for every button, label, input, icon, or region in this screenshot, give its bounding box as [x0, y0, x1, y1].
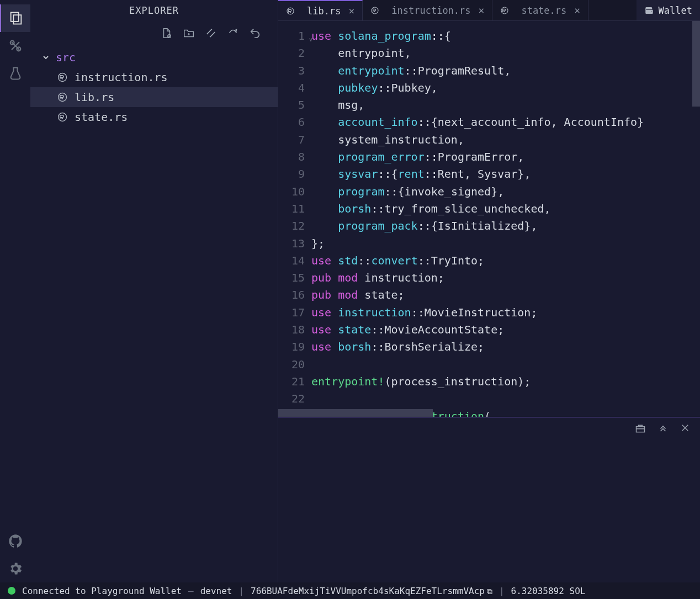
svg-rect-0	[10, 13, 18, 22]
rust-icon	[370, 6, 379, 15]
status-dot-icon	[8, 587, 15, 595]
wallet-icon	[644, 6, 654, 15]
file-lib-rs[interactable]: lib.rs	[30, 87, 278, 107]
status-address[interactable]: 766BUAFdeMxijTiVVUmpofcb4sKaKqEZFeTLrsmm…	[251, 586, 492, 596]
activity-bar	[0, 0, 30, 582]
tab-label: state.rs	[521, 5, 566, 16]
explorer-sidebar: EXPLORER src instruction.rslib.rsstate.r…	[30, 0, 278, 582]
code-content[interactable]: use solana_program::{ entrypoint, entryp…	[311, 21, 700, 417]
svg-point-10	[501, 7, 508, 14]
rust-icon	[286, 7, 295, 15]
svg-rect-1	[13, 15, 21, 24]
close-icon[interactable]: ×	[348, 5, 354, 17]
code-editor[interactable]: 1v234567891011121314151617181920212223 u…	[278, 21, 700, 417]
close-icon[interactable]	[680, 423, 690, 436]
status-balance: 6.32035892 SOL	[511, 586, 586, 596]
expand-icon[interactable]	[658, 423, 668, 436]
chevron-down-icon	[41, 53, 50, 62]
explorer-icon[interactable]	[0, 4, 30, 32]
bottom-panel	[278, 417, 700, 582]
build-icon[interactable]	[0, 32, 30, 60]
github-icon[interactable]	[0, 527, 30, 555]
new-file-icon[interactable]	[161, 27, 173, 39]
folder-src[interactable]: src	[30, 47, 278, 67]
rust-icon	[57, 92, 68, 103]
toolbox-icon[interactable]	[635, 423, 646, 436]
status-connected: Connected to Playground Wallet	[22, 586, 182, 596]
wallet-tab[interactable]: Wallet	[637, 0, 700, 20]
collapse-icon[interactable]	[205, 27, 217, 39]
share-icon[interactable]	[227, 27, 239, 39]
file-tree: src instruction.rslib.rsstate.rs	[30, 45, 278, 129]
rust-icon	[57, 72, 68, 83]
rust-icon	[57, 112, 68, 123]
rust-icon	[500, 6, 509, 15]
status-network[interactable]: devnet	[200, 586, 232, 596]
file-label: state.rs	[75, 110, 128, 124]
tabs-bar: lib.rs×instruction.rs×state.rs× Wallet	[278, 0, 700, 21]
file-state-rs[interactable]: state.rs	[30, 107, 278, 127]
file-label: lib.rs	[75, 91, 114, 104]
horizontal-scrollbar[interactable]	[278, 409, 433, 417]
editor-area: lib.rs×instruction.rs×state.rs× Wallet 1…	[278, 0, 700, 582]
svg-point-7	[59, 113, 67, 121]
tab-lib-rs[interactable]: lib.rs×	[278, 0, 363, 20]
file-label: instruction.rs	[75, 71, 168, 84]
folder-label: src	[56, 51, 76, 64]
tab-label: instruction.rs	[391, 5, 470, 16]
svg-rect-11	[637, 427, 645, 432]
svg-point-5	[59, 73, 67, 82]
vertical-scrollbar[interactable]	[692, 21, 700, 107]
file-instruction-rs[interactable]: instruction.rs	[30, 67, 278, 87]
svg-point-6	[59, 93, 67, 102]
close-icon[interactable]: ×	[479, 4, 485, 16]
status-separator: –	[188, 586, 194, 596]
explorer-toolbar	[30, 21, 278, 45]
undo-icon[interactable]	[249, 27, 261, 39]
status-bar: Connected to Playground Wallet – devnet …	[0, 582, 700, 599]
line-gutter: 1v234567891011121314151617181920212223	[278, 21, 311, 417]
new-folder-icon[interactable]	[183, 27, 195, 39]
settings-icon[interactable]	[0, 555, 30, 582]
svg-point-8	[287, 8, 294, 14]
explorer-title: EXPLORER	[30, 0, 278, 21]
tab-instruction-rs[interactable]: instruction.rs×	[363, 0, 492, 20]
test-icon[interactable]	[0, 60, 30, 87]
external-link-icon: ⧉	[487, 587, 492, 596]
svg-point-9	[372, 7, 378, 14]
tab-state-rs[interactable]: state.rs×	[492, 0, 588, 20]
close-icon[interactable]: ×	[574, 4, 580, 16]
wallet-tab-label: Wallet	[659, 5, 692, 16]
tab-label: lib.rs	[307, 6, 341, 17]
